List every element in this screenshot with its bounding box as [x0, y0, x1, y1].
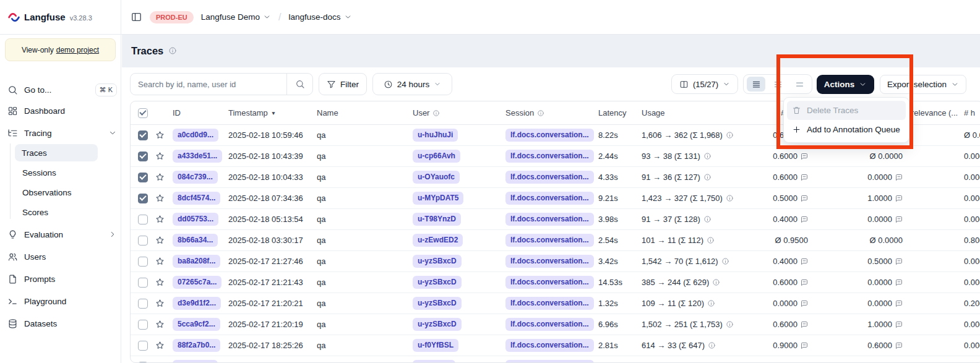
sidebar-item-observations[interactable]: Observations: [22, 184, 117, 201]
session-badge[interactable]: lf.docs.conversation...: [505, 276, 594, 288]
bookmark-star-icon[interactable]: [155, 215, 165, 224]
bookmark-star-icon[interactable]: [155, 257, 165, 266]
session-badge[interactable]: lf.docs.conversation...: [505, 150, 594, 162]
row-height-medium-button[interactable]: [768, 77, 787, 92]
sidebar-item-goto[interactable]: Go to... ⌘ K: [7, 81, 117, 98]
row-checkbox[interactable]: [138, 173, 148, 182]
menu-item-delete-traces[interactable]: Delete Traces: [787, 101, 906, 120]
trace-id-badge[interactable]: a433de51...: [173, 150, 222, 162]
info-icon[interactable]: [707, 299, 715, 307]
search-icon[interactable]: [295, 79, 305, 89]
column-header-relevance[interactable]: relevance (...: [911, 101, 958, 124]
trace-id-badge[interactable]: b669529...: [173, 360, 218, 363]
filter-button[interactable]: Filter: [319, 73, 367, 95]
sidebar-item-playground[interactable]: Playground: [7, 293, 117, 310]
row-checkbox[interactable]: [138, 215, 148, 224]
table-row[interactable]: a433de51... 2025-02-18 10:43:39 qa u-cp6…: [131, 146, 980, 167]
sidebar-item-traces[interactable]: Traces: [15, 144, 98, 161]
column-header-usage[interactable]: Usage: [642, 101, 665, 124]
user-badge[interactable]: u-huJhuJi: [413, 129, 458, 141]
user-badge[interactable]: u-MYpDAT5: [413, 192, 463, 204]
session-badge[interactable]: lf.docs.conversation...: [505, 255, 594, 267]
bookmark-star-icon[interactable]: [155, 278, 165, 287]
table-row[interactable]: 8b66a34... 2025-02-18 03:30:17 qa u-zEwd…: [131, 230, 980, 251]
trace-id-badge[interactable]: 084c739...: [173, 171, 218, 183]
session-badge[interactable]: lf.docs.conversation...: [505, 234, 594, 246]
search-input[interactable]: [130, 73, 313, 95]
trace-id-badge[interactable]: dd05753...: [173, 213, 218, 225]
info-icon[interactable]: [712, 278, 720, 286]
column-header-latency[interactable]: Latency: [598, 101, 627, 124]
session-badge[interactable]: lf.docs.conversation...: [505, 297, 594, 309]
user-badge[interactable]: u-cp66Avh: [413, 150, 460, 162]
row-checkbox[interactable]: [138, 320, 148, 330]
row-checkbox[interactable]: [138, 152, 148, 161]
trace-id-badge[interactable]: a0cd0d9...: [173, 129, 218, 141]
column-header-name[interactable]: Name: [317, 101, 338, 124]
trace-id-badge[interactable]: ba8a208f...: [173, 255, 220, 267]
info-icon[interactable]: [726, 320, 734, 328]
info-icon[interactable]: [168, 46, 177, 55]
table-row[interactable]: dd05753... 2025-02-18 05:13:54 qa u-T98Y…: [131, 209, 980, 230]
user-badge[interactable]: u-yzSBxcD: [413, 318, 462, 330]
info-icon[interactable]: [726, 131, 734, 139]
sidebar-item-datasets[interactable]: Datasets: [7, 315, 117, 332]
menu-item-add-to-annotation-queue[interactable]: Add to Annotation Queue: [787, 120, 906, 139]
user-badge[interactable]: u-f0YfBSL: [413, 339, 458, 351]
sidebar-item-users[interactable]: Users: [7, 248, 117, 265]
table-row[interactable]: 8dcf4574... 2025-02-18 07:34:36 qa u-MYp…: [131, 188, 980, 209]
sidebar-toggle-icon[interactable]: [131, 11, 142, 23]
info-icon[interactable]: [708, 341, 716, 349]
info-icon[interactable]: [703, 152, 711, 160]
table-row[interactable]: d3e9d1f2... 2025-02-17 21:20:21 qa u-yzS…: [131, 293, 980, 314]
row-height-tall-button[interactable]: [790, 77, 809, 92]
trace-id-badge[interactable]: 8dcf4574...: [173, 192, 220, 204]
bookmark-star-icon[interactable]: [155, 152, 165, 161]
trace-id-badge[interactable]: 07265c7a...: [173, 276, 221, 288]
user-badge[interactable]: u-yzSBxcD: [413, 255, 462, 267]
sidebar-item-dashboard[interactable]: Dashboard: [7, 102, 117, 119]
user-badge[interactable]: u-zEwdED2: [413, 234, 463, 246]
trace-id-badge[interactable]: d3e9d1f2...: [173, 297, 221, 309]
user-badge[interactable]: u-yzSBxcD: [413, 276, 462, 288]
time-range-button[interactable]: 24 hours: [372, 73, 452, 95]
info-icon[interactable]: [707, 236, 715, 244]
user-badge[interactable]: u-VIZvwo: [413, 360, 455, 363]
row-checkbox[interactable]: [138, 341, 148, 351]
info-icon[interactable]: [703, 215, 711, 223]
sidebar-item-sessions[interactable]: Sessions: [22, 164, 117, 181]
session-badge[interactable]: lf.docs.conversation...: [505, 129, 594, 141]
row-height-compact-button[interactable]: [747, 77, 765, 92]
table-row[interactable]: ba8a208f... 2025-02-17 21:27:46 qa u-yzS…: [131, 251, 980, 272]
trace-id-badge[interactable]: 8b66a34...: [173, 234, 218, 246]
session-badge[interactable]: lf.docs.conversation...: [505, 360, 594, 363]
bookmark-star-icon[interactable]: [155, 299, 165, 308]
column-header-session[interactable]: Session: [505, 101, 544, 124]
session-badge[interactable]: lf.docs.conversation...: [505, 192, 594, 204]
user-badge[interactable]: u-T98YnzD: [413, 213, 461, 225]
session-badge[interactable]: lf.docs.conversation...: [505, 213, 594, 225]
bookmark-star-icon[interactable]: [155, 173, 165, 182]
sidebar-item-tracing[interactable]: Tracing: [7, 124, 117, 142]
row-checkbox[interactable]: [138, 194, 148, 203]
bookmark-star-icon[interactable]: [155, 194, 165, 203]
column-header-id[interactable]: ID: [173, 101, 181, 124]
project-selector[interactable]: langfuse-docs: [289, 12, 352, 22]
row-checkbox[interactable]: [138, 236, 148, 246]
row-checkbox[interactable]: [138, 257, 148, 267]
table-row[interactable]: 084c739... 2025-02-18 10:04:33 qa u-OYau…: [131, 167, 980, 188]
table-row[interactable]: 5cca9cf2... 2025-02-17 21:20:19 qa u-yzS…: [131, 314, 980, 335]
table-row[interactable]: 07265c7a... 2025-02-17 21:21:43 qa u-yzS…: [131, 272, 980, 293]
session-badge[interactable]: lf.docs.conversation...: [505, 339, 594, 351]
trace-id-badge[interactable]: 5cca9cf2...: [173, 318, 220, 330]
demo-project-link[interactable]: demo project: [56, 46, 99, 54]
trace-id-badge[interactable]: 88f2a7b0...: [173, 339, 220, 351]
select-all-checkbox[interactable]: [138, 108, 148, 118]
bookmark-star-icon[interactable]: [155, 130, 165, 140]
info-icon[interactable]: [726, 194, 734, 202]
session-badge[interactable]: lf.docs.conversation...: [505, 318, 594, 330]
column-header-user[interactable]: User: [413, 101, 440, 124]
export-selection-button[interactable]: Export selection: [880, 75, 966, 94]
sidebar-item-evaluation[interactable]: Evaluation: [7, 226, 117, 243]
actions-button[interactable]: Actions: [817, 75, 874, 94]
